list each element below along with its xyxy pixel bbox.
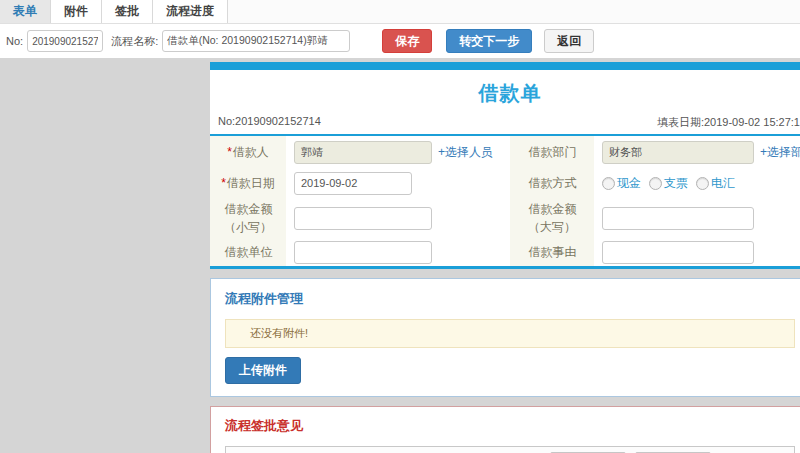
flow-no-label: No: [6,35,23,47]
column-gap [484,198,510,238]
amount-lower-input[interactable] [294,207,432,230]
approval-heading: 流程签批意见 [225,417,795,435]
main-area: 借款单 No:20190902152714 填表日期:2019-09-02 15… [0,58,800,453]
radio-cash[interactable]: 现金 [602,175,641,192]
borrow-reason-input[interactable] [602,241,754,264]
form-row-unit-reason: 借款单位 借款事由 [210,238,800,266]
borrower-label: *借款人 [210,136,286,168]
save-button[interactable]: 保存 [382,29,432,53]
amount-upper-input[interactable] [602,207,754,230]
column-gap [484,136,510,168]
amount-lower-label: 借款金额（小写） [210,198,286,238]
form-row-date-method: *借款日期 借款方式 现金 [210,168,800,198]
select-dept-link[interactable]: +选择部门 [760,144,800,161]
form-row-borrower: *借款人 +选择人员 借款部门 +选择部门 [210,136,800,168]
borrow-reason-label: 借款事由 [510,238,594,266]
flow-no-input[interactable] [27,30,103,52]
flow-name-input[interactable] [162,30,350,52]
tab-approval[interactable]: 签批 [102,0,153,23]
payment-method-label: 借款方式 [510,168,594,198]
form-row-amount: 借款金额（小写） 借款金额（大写） [210,198,800,238]
borrow-date-label: *借款日期 [210,168,286,198]
column-gap [484,168,510,198]
attachments-heading: 流程附件管理 [225,290,795,308]
borrow-unit-label: 借款单位 [210,238,286,266]
column-gap [484,238,510,266]
card-top-accent-bar [210,62,800,70]
amount-upper-label: 借款金额（大写） [510,198,594,238]
borrow-unit-input[interactable] [294,241,432,264]
card-bottom-accent-bar [210,266,800,269]
borrow-date-input[interactable] [294,172,412,195]
forward-next-step-button[interactable]: 转交下一步 [446,29,532,53]
flow-name-label: 流程名称: [111,34,158,49]
radio-wire-transfer[interactable]: 电汇 [696,175,735,192]
radio-button-icon [696,177,709,190]
form-date-text: 填表日期:2019-09-02 15:27:1 [657,115,800,130]
payment-method-radios: 现金 支票 电汇 [602,175,735,192]
radio-button-icon [602,177,615,190]
approval-panel: 流程签批意见 BIabc✎123”样式▾格式▾ [210,406,800,453]
radio-button-icon [649,177,662,190]
no-attachments-alert: 还没有附件! [225,319,795,348]
back-button[interactable]: 返回 [544,29,594,53]
form-panel-wrap: 借款单 No:20190902152714 填表日期:2019-09-02 15… [210,62,800,453]
tab-progress[interactable]: 流程进度 [153,0,228,23]
radio-cheque[interactable]: 支票 [649,175,688,192]
rich-text-editor: BIabc✎123”样式▾格式▾ [225,446,795,453]
attachments-panel: 流程附件管理 还没有附件! 上传附件 [210,278,800,397]
form-title: 借款单 [210,70,800,113]
borrow-dept-label: 借款部门 [510,136,594,168]
upload-attachment-button[interactable]: 上传附件 [225,357,301,384]
editor-toolbar: BIabc✎123”样式▾格式▾ [226,447,794,453]
tab-form[interactable]: 表单 [0,0,51,23]
borrower-input[interactable] [294,141,432,164]
tab-attachments[interactable]: 附件 [51,0,102,23]
loan-form-card: 借款单 No:20190902152714 填表日期:2019-09-02 15… [210,62,800,269]
form-meta-row: No:20190902152714 填表日期:2019-09-02 15:27:… [210,113,800,134]
form-no-text: No:20190902152714 [218,115,321,130]
toolbar: No: 流程名称: 保存 转交下一步 返回 [0,24,800,59]
borrow-dept-input[interactable] [602,141,754,164]
tab-bar: 表单 附件 签批 流程进度 [0,0,800,24]
